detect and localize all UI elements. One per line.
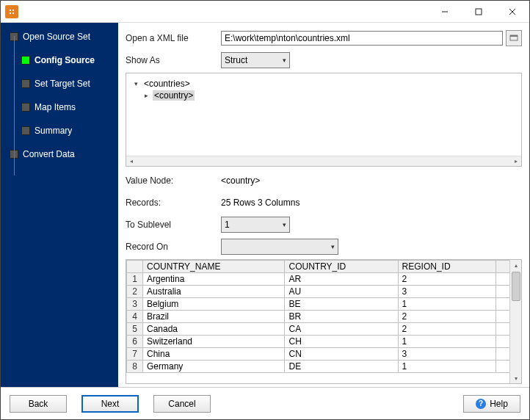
table-cell[interactable]: 3	[398, 286, 496, 298]
table-cell[interactable]: 1	[398, 361, 496, 373]
table-row[interactable]: 1ArgentinaAR2	[127, 273, 510, 286]
record-on-label: Record On	[126, 242, 221, 252]
show-as-combo[interactable]: Struct ▾	[221, 52, 290, 68]
column-header-filler	[496, 261, 509, 273]
table-row[interactable]: 8GermanyDE1	[127, 361, 510, 373]
close-button[interactable]	[495, 1, 529, 23]
sidebar-item-label: Summary	[35, 126, 72, 136]
table-cell[interactable]: Brazil	[143, 311, 285, 323]
tree-node-country[interactable]: <country>	[153, 90, 195, 101]
step-status-icon	[21, 103, 30, 112]
table-cell[interactable]: DE	[285, 361, 398, 373]
help-button-label: Help	[490, 399, 508, 409]
row-header[interactable]: 5	[127, 323, 143, 336]
column-header[interactable]: COUNTRY_NAME	[143, 261, 285, 273]
next-button[interactable]: Next	[81, 395, 139, 413]
to-sublevel-combo[interactable]: 1 ▾	[221, 217, 290, 233]
table-cell[interactable]: China	[143, 348, 285, 361]
row-header[interactable]: 4	[127, 311, 143, 323]
tree-expand-icon[interactable]: ▸	[142, 92, 150, 99]
browse-file-button[interactable]	[506, 30, 522, 46]
preview-table-wrap: COUNTRY_NAMECOUNTRY_IDREGION_ID1Argentin…	[126, 259, 522, 384]
row-header[interactable]: 8	[127, 361, 143, 373]
table-cell[interactable]: 2	[398, 311, 496, 323]
cancel-button[interactable]: Cancel	[153, 395, 211, 413]
table-cell[interactable]: AR	[285, 273, 398, 286]
table-vertical-scrollbar[interactable]: ▴ ▾	[509, 260, 521, 383]
table-cell-filler	[496, 323, 509, 336]
tree-horizontal-scrollbar[interactable]: ◂ ▸	[126, 156, 521, 166]
column-header[interactable]: COUNTRY_ID	[285, 261, 398, 273]
table-cell[interactable]: Switzerland	[143, 336, 285, 348]
minimize-button[interactable]	[428, 1, 462, 23]
preview-table[interactable]: COUNTRY_NAMECOUNTRY_IDREGION_ID1Argentin…	[126, 260, 509, 373]
scroll-up-icon[interactable]: ▴	[510, 260, 521, 270]
back-button-label: Back	[29, 399, 48, 409]
show-as-label: Show As	[126, 55, 221, 65]
table-cell[interactable]: 1	[398, 336, 496, 348]
table-cell[interactable]: CA	[285, 323, 398, 336]
row-header[interactable]: 1	[127, 273, 143, 286]
table-row[interactable]: 2AustraliaAU3	[127, 286, 510, 298]
show-as-value: Struct	[225, 55, 247, 65]
table-cell[interactable]: Argentina	[143, 273, 285, 286]
chevron-down-icon: ▾	[283, 57, 286, 64]
open-xml-value: E:\work\temp\nton\countries.xml	[225, 33, 350, 43]
help-button[interactable]: ? Help	[463, 395, 520, 413]
table-row[interactable]: 7ChinaCN3	[127, 348, 510, 361]
table-cell[interactable]: Belgium	[143, 298, 285, 311]
to-sublevel-value: 1	[225, 220, 230, 230]
svg-rect-1	[476, 9, 482, 15]
sidebar-item-label: Config Source	[35, 55, 95, 65]
value-node-value: <country>	[221, 175, 522, 186]
open-xml-label: Open a XML file	[126, 33, 221, 43]
table-cell[interactable]: 2	[398, 323, 496, 336]
row-header[interactable]: 2	[127, 286, 143, 298]
scroll-right-icon[interactable]: ▸	[511, 156, 521, 167]
svg-rect-5	[510, 35, 518, 37]
to-sublevel-label: To Sublevel	[126, 220, 221, 230]
row-header[interactable]: 3	[127, 298, 143, 311]
column-header[interactable]: REGION_ID	[398, 261, 496, 273]
table-corner	[127, 261, 143, 273]
table-cell[interactable]: 2	[398, 273, 496, 286]
table-cell[interactable]: CN	[285, 348, 398, 361]
table-cell[interactable]: 1	[398, 298, 496, 311]
table-cell[interactable]: BE	[285, 298, 398, 311]
sidebar-item-summary[interactable]: Summary	[1, 123, 118, 139]
record-on-combo[interactable]: ▾	[221, 239, 338, 255]
scroll-thumb[interactable]	[512, 272, 520, 301]
scroll-down-icon[interactable]: ▾	[510, 373, 521, 383]
table-row[interactable]: 3BelgiumBE1	[127, 298, 510, 311]
tree-collapse-icon[interactable]: ▾	[132, 80, 139, 87]
table-cell-filler	[496, 298, 509, 311]
maximize-button[interactable]	[462, 1, 495, 23]
open-xml-input[interactable]: E:\work\temp\nton\countries.xml	[221, 31, 503, 46]
row-header[interactable]: 6	[127, 336, 143, 348]
table-cell-filler	[496, 348, 509, 361]
sidebar-item-set-target-set[interactable]: Set Target Set	[1, 76, 118, 92]
wizard-sidebar: Open Source SetConfig SourceSet Target S…	[1, 23, 118, 387]
back-button[interactable]: Back	[10, 395, 67, 413]
sidebar-item-label: Map Items	[35, 102, 76, 112]
row-header[interactable]: 7	[127, 348, 143, 361]
table-cell[interactable]: 3	[398, 348, 496, 361]
table-row[interactable]: 6SwitzerlandCH1	[127, 336, 510, 348]
xml-tree-panel[interactable]: ▾ <countries> ▸ <country> ◂ ▸	[126, 73, 522, 167]
sidebar-item-config-source[interactable]: Config Source	[1, 52, 118, 68]
table-row[interactable]: 4BrazilBR2	[127, 311, 510, 323]
sidebar-item-label: Open Source Set	[23, 32, 90, 42]
table-cell[interactable]: Canada	[143, 323, 285, 336]
table-row[interactable]: 5CanadaCA2	[127, 323, 510, 336]
sidebar-item-convert-data[interactable]: Convert Data	[1, 146, 118, 162]
table-cell[interactable]: CH	[285, 336, 398, 348]
help-icon: ?	[476, 399, 486, 409]
scroll-left-icon[interactable]: ◂	[126, 156, 137, 167]
sidebar-item-open-source-set[interactable]: Open Source Set	[1, 29, 118, 45]
table-cell[interactable]: AU	[285, 286, 398, 298]
table-cell[interactable]: Germany	[143, 361, 285, 373]
tree-node-countries[interactable]: <countries>	[142, 79, 192, 89]
sidebar-item-map-items[interactable]: Map Items	[1, 99, 118, 115]
table-cell[interactable]: Australia	[143, 286, 285, 298]
table-cell[interactable]: BR	[285, 311, 398, 323]
